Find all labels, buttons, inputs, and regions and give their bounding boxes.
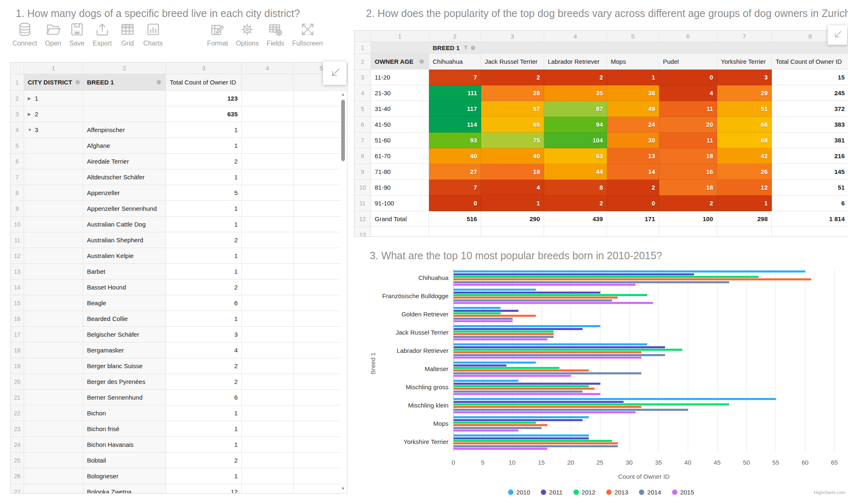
table-row: 14Basset Hound2 — [11, 280, 347, 295]
filter-icon[interactable] — [463, 45, 469, 51]
column-header[interactable]: 2 — [83, 63, 166, 74]
column-header[interactable]: 2 — [429, 31, 481, 42]
city-district-cell[interactable]: ▶2 — [24, 106, 83, 122]
table-row: 26Bologneser1 — [11, 468, 347, 484]
scroll-up-icon[interactable]: ▲ — [340, 92, 346, 96]
bar-2015 — [454, 429, 518, 432]
bar-2015 — [454, 448, 547, 450]
empty-cell — [294, 106, 347, 122]
column-header[interactable]: 1 — [371, 31, 429, 42]
database-icon — [17, 22, 33, 37]
toolbar-grid-button[interactable]: Grid — [120, 22, 135, 47]
column-header[interactable]: 6 — [659, 31, 717, 42]
column-header[interactable]: 3 — [166, 63, 242, 74]
scroll-down-icon[interactable]: ▼ — [340, 486, 346, 491]
toolbar-format-button[interactable]: Format — [207, 22, 228, 47]
city-district-header[interactable]: CITY DISTRICT — [24, 74, 83, 91]
breed-column-header[interactable]: Labrador Retriever — [544, 54, 607, 70]
bar-2014 — [454, 318, 513, 320]
row-number: 16 — [11, 311, 24, 327]
count-cell: 2 — [166, 232, 242, 248]
bar-2010 — [454, 343, 647, 345]
expand-row-icon[interactable]: ▶ — [28, 112, 32, 116]
collapse-row-icon[interactable]: ▼ — [28, 128, 32, 132]
bar-2010 — [454, 362, 536, 364]
column-header[interactable]: 5 — [607, 31, 659, 42]
count-cell: 1 — [166, 468, 242, 484]
heatmap-cell: 104 — [544, 133, 607, 148]
empty-cell — [242, 484, 294, 494]
heatmap-cell: 0 — [429, 195, 481, 211]
column-header[interactable]: 4 — [242, 63, 294, 74]
panel1-title: 1. How many dogs of a specific breed liv… — [16, 7, 300, 19]
legend-marker — [639, 490, 644, 495]
empty-header-cell — [242, 74, 294, 91]
grand-total-cell: 100 — [659, 211, 717, 227]
total-count-header[interactable]: Total Count of Owner ID — [166, 74, 242, 91]
toolbar-charts-button[interactable]: Charts — [143, 22, 163, 47]
legend-item-2010[interactable]: 2010 — [508, 489, 530, 496]
left-grid-minimize-button[interactable] — [323, 61, 347, 85]
breed-column-header[interactable]: Jack Russel Terrier — [481, 54, 544, 70]
legend-item-2013[interactable]: 2013 — [606, 489, 628, 496]
row-total-cell: 216 — [772, 148, 848, 164]
clipped-row: 13 — [354, 227, 848, 237]
column-header[interactable]: 7 — [717, 31, 772, 42]
toolbar-label: Export — [93, 40, 112, 47]
breed-header[interactable]: BREED 1 — [83, 74, 166, 91]
column-header-band: 12345678 — [354, 31, 848, 42]
column-header[interactable]: 1 — [24, 63, 83, 74]
city-district-cell — [24, 201, 83, 217]
legend-item-2014[interactable]: 2014 — [639, 489, 661, 496]
x-tick-label: 45 — [708, 459, 726, 466]
legend-item-2011[interactable]: 2011 — [541, 489, 562, 496]
breed-cell: Bichon Havanais — [83, 437, 166, 453]
x-gridline — [834, 269, 835, 451]
row-number: 1 — [11, 74, 24, 91]
toolbar-save-button[interactable]: Save — [69, 22, 85, 47]
owner-age-header[interactable]: OWNER AGE — [371, 54, 429, 70]
table-row: 4▼3Affenpinscher1 — [11, 122, 347, 138]
total-column-header[interactable]: Total Count of Owner ID — [772, 54, 848, 70]
save-icon — [69, 22, 85, 37]
empty-cell — [294, 342, 347, 358]
toolbar-fullscreen-button[interactable]: Fullscreen — [292, 22, 323, 47]
gear-icon[interactable] — [419, 58, 425, 65]
breed-column-header[interactable]: Mops — [607, 54, 659, 70]
toolbar-options-button[interactable]: Options — [236, 22, 259, 47]
toolbar-export-button[interactable]: Export — [93, 22, 112, 47]
breed-cell: Bichon — [83, 405, 166, 421]
expand-row-icon[interactable]: ▶ — [28, 96, 32, 101]
breed-column-header[interactable]: Chihuahua — [429, 54, 481, 70]
empty-cell — [294, 185, 347, 201]
empty-cell — [242, 280, 294, 295]
city-district-cell[interactable]: ▼3 — [24, 122, 83, 138]
pivot-minimize-button[interactable] — [828, 25, 847, 45]
count-cell: 1 — [166, 217, 242, 232]
toolbar-fields-button[interactable]: Fields — [267, 22, 284, 47]
scrollbar-thumb[interactable] — [341, 100, 345, 161]
gear-icon[interactable] — [470, 45, 476, 51]
legend-item-2015[interactable]: 2015 — [672, 489, 694, 496]
bar-2012 — [454, 440, 612, 442]
left-grid-scrollbar[interactable]: ▲ ▼ — [340, 91, 346, 492]
legend-marker — [541, 490, 546, 495]
bar-2011 — [454, 419, 583, 421]
highcharts-credit[interactable]: Highcharts.com — [814, 490, 846, 495]
legend-item-2012[interactable]: 2012 — [573, 489, 595, 496]
column-header[interactable]: 4 — [544, 31, 607, 42]
column-header[interactable]: 3 — [481, 31, 544, 42]
count-cell: 6 — [166, 295, 242, 311]
count-cell: 123 — [166, 91, 242, 106]
city-district-cell[interactable]: ▶1 — [24, 91, 83, 106]
row-number: 22 — [11, 405, 24, 421]
empty-cell — [294, 91, 347, 106]
toolbar-connect-button[interactable]: Connect — [12, 22, 37, 47]
breed1-header[interactable]: BREED 1 — [429, 42, 848, 54]
age-range-cell: 31-40 — [371, 101, 429, 117]
gear-icon[interactable] — [75, 79, 81, 85]
breed-column-header[interactable]: Yorkshire Terrier — [717, 54, 772, 70]
breed-column-header[interactable]: Pudel — [659, 54, 717, 70]
toolbar-open-button[interactable]: Open — [45, 22, 61, 47]
gear-icon[interactable] — [156, 79, 162, 85]
